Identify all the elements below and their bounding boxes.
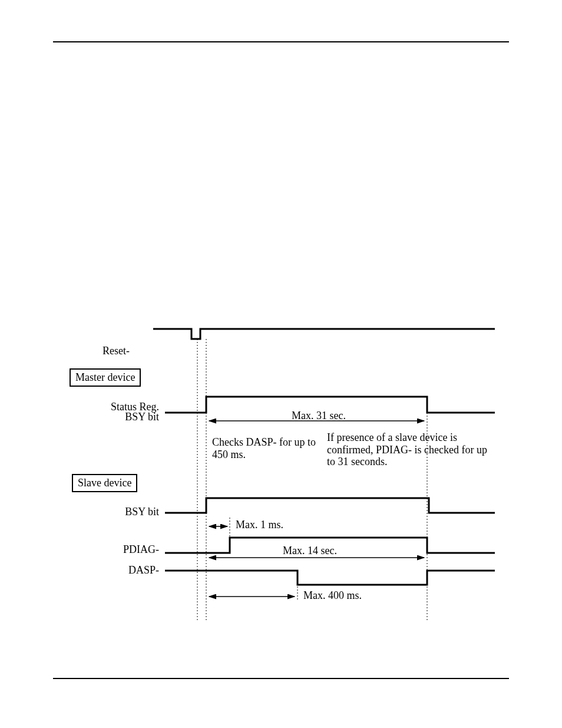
timing-diagram xyxy=(0,0,562,728)
